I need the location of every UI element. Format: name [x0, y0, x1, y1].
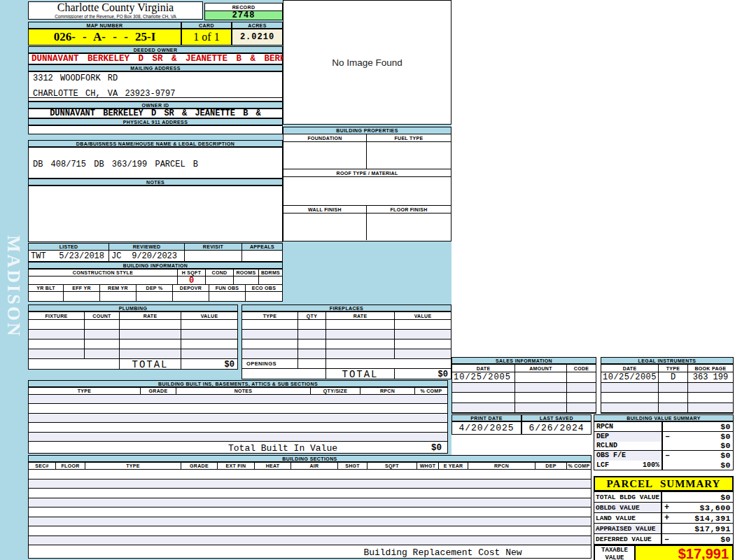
building-sections-empty-row: [29, 498, 591, 508]
reviewed-label: REVIEWED: [109, 244, 185, 250]
plumbing-empty-row: [29, 320, 237, 330]
fireplaces-openings-label: OPENINGS: [242, 359, 298, 368]
building-sections-empty-row: [29, 470, 591, 479]
col-header: EFF YR: [64, 285, 100, 291]
plumbing-table: FIXTURE COUNT RATE VALUE TOTAL $0: [28, 312, 238, 370]
building-info-value-row2: [28, 291, 283, 302]
physical-911-label: PHYSICAL 911 ADDRESS: [28, 118, 283, 125]
floor-finish-label: FLOOR FINISH: [367, 206, 451, 213]
parcel-value: $0: [720, 535, 731, 544]
bvs-row-rclnd: RCLND $0: [594, 441, 733, 451]
revisit-label: REVISIT: [185, 244, 242, 250]
built-ins-title: BUILDING BUILT INS, BASEMENTS, ATTICS & …: [28, 380, 448, 387]
bvs-row-obs: OBS F/E –$0: [594, 451, 733, 461]
mailing-address-line1: 3312 WOODFORK RD: [33, 74, 118, 83]
plumbing-total-label: TOTAL: [120, 359, 181, 370]
wall-finish-value: [284, 214, 367, 240]
no-image-placeholder: No Image Found: [283, 0, 451, 125]
notes-label: NOTES: [28, 178, 283, 186]
plumbing-empty-row: [29, 330, 237, 340]
fireplaces-empty-row: [242, 330, 451, 340]
col-header: % COMP: [415, 388, 447, 394]
legal-book-page: 363 199: [688, 372, 733, 382]
built-ins-empty-row: [29, 404, 447, 413]
col-header: FIXTURE: [29, 312, 85, 319]
sales-table: DATE AMOUNT CODE 10/25/2005: [451, 364, 596, 414]
col-header: TYPE: [85, 463, 181, 469]
last-saved-label: LAST SAVED: [522, 414, 592, 421]
col-header: DEPOVR: [173, 285, 209, 291]
card-value: 1 of 1: [181, 29, 232, 46]
roof-type-label: ROOF TYPE / MATERIAL: [284, 169, 451, 177]
sales-title: SALES INFORMATION: [451, 357, 596, 364]
building-properties-title: BUILDING PROPERTIES: [284, 127, 451, 134]
parcel-label: OBLDG VALUE: [594, 503, 662, 512]
mailing-address-label: MAILING ADDRESS: [28, 64, 283, 71]
col-header: VALUE: [395, 312, 451, 319]
reviewed-by: JC: [111, 251, 121, 261]
print-date-value: 4/20/2025: [451, 421, 522, 435]
building-sections-empty-row: [29, 489, 591, 498]
built-ins-empty-row: [29, 433, 447, 442]
parcel-value: $17,991: [694, 524, 731, 533]
building-sections-empty-row: [29, 507, 591, 517]
foundation-label: FOUNDATION: [284, 134, 367, 141]
h-sqft-value: 0: [178, 276, 206, 284]
built-ins-total-label: Total Built In Value: [228, 443, 337, 454]
legal-empty-row: [601, 383, 733, 393]
legal-title: LEGAL INSTRUMENTS: [601, 357, 734, 364]
col-header: AMOUNT: [515, 365, 567, 372]
col-header: TYPE: [242, 312, 298, 319]
card-label: CARD: [181, 22, 232, 29]
cond-value: [206, 276, 234, 284]
bvs-label: LCF: [596, 461, 609, 469]
building-sections-empty-row: [29, 479, 591, 489]
floor-finish-value: [367, 214, 451, 240]
col-header: QTY/SIZE: [311, 388, 360, 394]
bvs-value: $0: [720, 461, 731, 470]
col-header: GRADE: [141, 388, 176, 394]
fuel-type-value: [367, 142, 451, 169]
appeals-label: APPEALS: [242, 244, 282, 250]
col-header: BDRMS: [259, 270, 282, 276]
fuel-type-label: FUEL TYPE: [367, 134, 451, 141]
col-header: COND: [206, 270, 234, 276]
col-header: E YEAR: [439, 463, 468, 469]
col-header: NOTES: [176, 388, 311, 394]
fireplaces-table: TYPE QTY RATE VALUE OPENINGS TOTAL $0: [241, 312, 451, 379]
sales-empty-row: [452, 393, 596, 403]
county-subtitle: Commissioner of the Revenue, PO Box 308,…: [55, 14, 176, 19]
revisit-value: [185, 251, 242, 262]
bvs-label: RCLND: [596, 442, 617, 449]
col-header: SHGT: [338, 463, 368, 469]
parcel-summary-table: TOTAL BLDG VALUE $0 OBLDG VALUE +$3,600 …: [594, 491, 734, 545]
col-header: DATE: [452, 365, 515, 372]
col-header: SQFT: [368, 463, 417, 469]
sales-row: 10/25/2005: [452, 372, 596, 383]
building-sections-empty-row: [29, 536, 591, 546]
reviewed-date: 9/20/2023: [132, 251, 177, 261]
building-value-summary-title: BUILDING VALUE SUMMARY: [594, 414, 734, 421]
col-header: ROOMS: [234, 270, 259, 276]
building-sections-footer: Building Replacement Cost New: [363, 547, 522, 558]
bvs-row-lcf: LCF100% $0: [594, 460, 733, 470]
wall-finish-label: WALL FINISH: [284, 206, 367, 213]
plumbing-total-value: $0: [181, 359, 237, 370]
bvs-op: –: [665, 451, 670, 461]
col-header: SEC#: [29, 463, 56, 469]
roof-type-value: [284, 177, 451, 206]
deeded-owner-label: DEEDED OWNER: [28, 46, 283, 53]
col-header: ECO OBS: [246, 285, 282, 291]
built-ins-empty-row: [29, 395, 447, 404]
building-properties-box: BUILDING PROPERTIES FOUNDATION FUEL TYPE…: [283, 127, 451, 241]
building-information-title: BUILDING INFORMATION: [28, 262, 283, 269]
building-sections-table: SEC# FLOOR TYPE GRADE EXT FIN HEAT AIR S…: [28, 462, 592, 559]
dba-value: DB 408/715 DB 363/199 PARCEL B: [33, 160, 198, 169]
plumbing-empty-row: [29, 349, 237, 359]
building-sections-title: BUILDING SECTIONS: [28, 455, 592, 462]
col-header: AIR: [291, 463, 338, 469]
parcel-op: +: [664, 513, 669, 523]
fireplaces-title: FIREPLACES: [241, 304, 451, 312]
col-header: DEP %: [136, 285, 173, 291]
col-header: RATE: [120, 312, 181, 319]
